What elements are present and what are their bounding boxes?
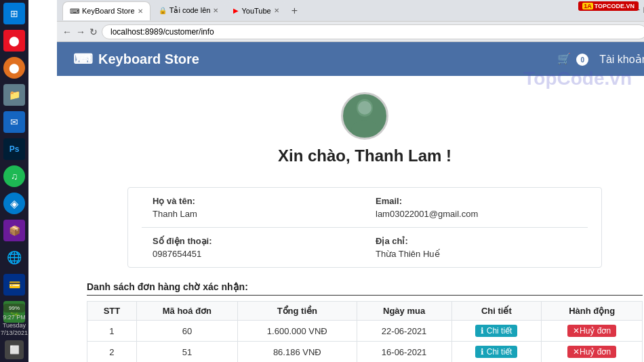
info-row-name-email: Họ và tên: Thanh Lam Email: lam03022001@… — [142, 188, 588, 228]
page-content: ⌨ Keyboard Store 🛒 0 Tài khoản ▾ TopCode… — [57, 42, 644, 362]
navbar-brand[interactable]: ⌨ Keyboard Store — [73, 51, 199, 67]
detail-button[interactable]: ℹ Chi tiết — [475, 346, 517, 358]
info-col-phone: Số điện thoại: 0987654451 — [142, 236, 365, 259]
cell-invoice: 60 — [136, 321, 237, 342]
cell-total: 1.600.000 VNĐ — [237, 321, 357, 342]
cancel-button[interactable]: ✕Huỷ đơn — [567, 346, 616, 358]
cell-stt: 1 — [87, 321, 137, 342]
email-label: Email: — [376, 196, 577, 206]
url-input[interactable] — [102, 24, 644, 39]
svg-point-1 — [351, 120, 378, 136]
tab-keyboard-store[interactable]: ⌨ KeyBoard Store ✕ — [62, 1, 150, 20]
cell-detail[interactable]: ℹ Chi tiết — [451, 342, 542, 363]
fullname-value: Thanh Lam — [153, 209, 354, 219]
cell-total: 86.186 VNĐ — [237, 342, 357, 363]
cell-action[interactable]: ✕Huỷ đơn — [542, 321, 643, 342]
pending-orders-section: Danh sách đơn hàng chờ xác nhận: STT Mã … — [73, 281, 644, 362]
email-value: lam03022001@gmail.com — [376, 209, 577, 219]
cancel-button[interactable]: ✕Huỷ đơn — [567, 325, 616, 337]
info-col-address: Địa chỉ: Thừa Thiên Huế — [365, 236, 588, 259]
detail-button[interactable]: ℹ Chi tiết — [475, 325, 517, 337]
navbar-brand-label: Keyboard Store — [98, 52, 199, 67]
app-icon-4[interactable]: ✉ — [3, 111, 25, 133]
keyboard-icon: ⌨ — [73, 51, 93, 67]
address-bar: ← → ↻ A — [57, 22, 644, 42]
tab-youtube[interactable]: ▶ YouTube ✕ — [226, 1, 285, 20]
tab-close-keyboard[interactable]: ✕ — [138, 7, 143, 15]
site-navbar: ⌨ Keyboard Store 🛒 0 Tài khoản ▾ — [57, 42, 644, 76]
table-row: 2 51 86.186 VNĐ 16-06-2021 ℹ Chi tiết ✕H… — [87, 342, 643, 363]
browser-tab-bar: ⌨ KeyBoard Store ✕ 🔒 Tải code lên ✕ ▶ Yo… — [57, 0, 644, 22]
address-value: Thừa Thiên Huế — [376, 249, 577, 259]
pending-orders-title: Danh sách đơn hàng chờ xác nhận: — [87, 281, 643, 296]
os-taskbar: ⊞ ⬤ ⬤ 📁 ✉ Ps ♫ ◈ 📦 🌐 💳 🌿 99% 9:27 PM Tue… — [0, 0, 28, 362]
tab-favicon-keyboard: ⌨ — [70, 7, 79, 15]
cell-stt: 2 — [87, 342, 137, 363]
tab-label-upload: Tải code lên — [169, 6, 211, 15]
col-total: Tổng tiền — [237, 302, 357, 321]
app-icon-1[interactable]: ⬤ — [3, 30, 25, 52]
tab-label-youtube: YouTube — [241, 7, 270, 15]
tab-close-upload[interactable]: ✕ — [213, 7, 218, 14]
show-desktop-btn[interactable]: ⬜ — [5, 340, 24, 359]
tab-label-keyboard: KeyBoard Store — [82, 7, 135, 15]
back-button[interactable]: ← — [62, 26, 72, 37]
paypal-icon[interactable]: 💳 — [3, 274, 25, 296]
info-row-phone-address: Số điện thoại: 0987654451 Địa chỉ: Thừa … — [142, 228, 588, 267]
reload-button[interactable]: ↻ — [89, 26, 98, 37]
tab-upload[interactable]: 🔒 Tải code lên ✕ — [152, 1, 226, 20]
tab-close-youtube[interactable]: ✕ — [274, 7, 279, 14]
cell-action[interactable]: ✕Huỷ đơn — [542, 342, 643, 363]
table-row: 1 60 1.600.000 VNĐ 22-06-2021 ℹ Chi tiết… — [87, 321, 643, 342]
system-clock: 9:27 PM Tuesday 7/13/2021 — [1, 314, 28, 338]
info-grid: Họ và tên: Thanh Lam Email: lam03022001@… — [127, 187, 602, 268]
forward-button[interactable]: → — [76, 26, 85, 37]
greeting-text: Xin chào, Thanh Lam ! — [57, 146, 644, 165]
navbar-right: 🛒 0 Tài khoản ▾ — [557, 52, 644, 66]
account-dropdown[interactable]: Tài khoản ▾ — [599, 53, 644, 66]
col-invoice: Mã hoá đơn — [136, 302, 237, 321]
app-icon-5[interactable]: 📦 — [3, 220, 25, 241]
profile-section: Xin chào, Thanh Lam ! — [57, 76, 644, 174]
user-avatar — [341, 92, 388, 140]
col-stt: STT — [87, 302, 137, 321]
col-action: Hành động — [542, 302, 643, 321]
account-label: Tài khoản — [599, 54, 644, 65]
fullname-label: Họ và tên: — [153, 196, 354, 206]
info-col-name: Họ và tên: Thanh Lam — [142, 196, 365, 219]
col-detail: Chi tiết — [451, 302, 542, 321]
col-date: Ngày mua — [357, 302, 451, 321]
cell-detail[interactable]: ℹ Chi tiết — [451, 321, 542, 342]
phone-value: 0987654451 — [153, 249, 354, 259]
battery-indicator: 99% — [3, 304, 25, 313]
vscode-icon[interactable]: ◈ — [3, 193, 25, 214]
app-icon-3[interactable]: 📁 — [3, 84, 25, 106]
windows-start-icon[interactable]: ⊞ — [3, 3, 25, 24]
chrome-icon[interactable]: 🌐 — [3, 247, 25, 268]
tab-favicon-upload: 🔒 — [159, 7, 167, 14]
cell-date: 16-06-2021 — [357, 342, 451, 363]
cell-date: 22-06-2021 — [357, 321, 451, 342]
phone-label: Số điện thoại: — [153, 236, 354, 246]
pending-orders-table: STT Mã hoá đơn Tổng tiền Ngày mua Chi ti… — [87, 301, 643, 362]
topcode-badge: 1A TOPCODE.VN — [578, 1, 639, 11]
info-col-email: Email: lam03022001@gmail.com — [365, 196, 588, 219]
tab-favicon-youtube: ▶ — [233, 7, 239, 14]
cart-icon[interactable]: 🛒 0 — [557, 52, 588, 66]
svg-point-2 — [358, 101, 371, 115]
new-tab-button[interactable]: + — [287, 5, 302, 17]
spotify-icon[interactable]: ♫ — [3, 165, 25, 187]
photoshop-icon[interactable]: Ps — [3, 138, 25, 160]
cell-invoice: 51 — [136, 342, 237, 363]
address-label: Địa chỉ: — [376, 236, 577, 246]
app-icon-2[interactable]: ⬤ — [3, 57, 25, 79]
cart-count: 0 — [576, 54, 588, 66]
